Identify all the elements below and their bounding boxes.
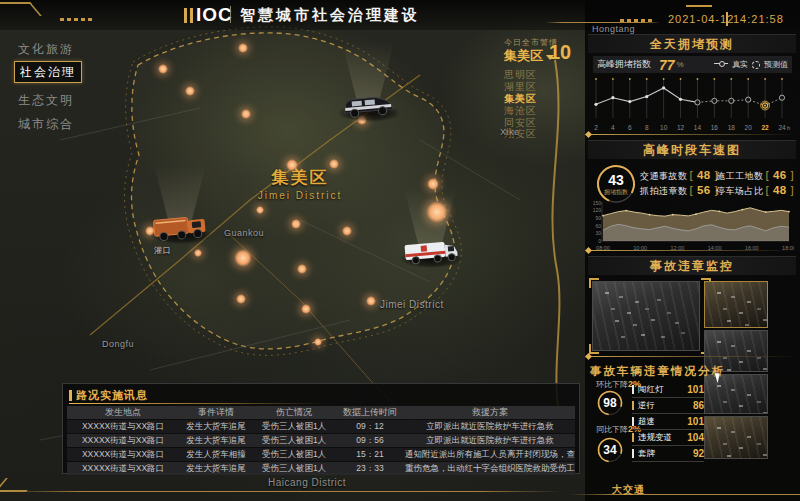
event-marker[interactable] <box>297 264 307 274</box>
table-row[interactable]: XXXXX街道与XX路口发生大货车追尾受伤三人被困1人23：33重伤危急，出动红… <box>67 462 575 475</box>
place-label: Dongfu <box>102 339 134 349</box>
violation-row-wrong-way[interactable]: 逆行86 <box>632 398 704 414</box>
cam-corner-bracket <box>589 344 599 354</box>
table-row[interactable]: XXXXX街道与XX路口发生大货车追尾受伤三人被困1人09：56立即派出就近医院… <box>67 434 575 447</box>
legend-pred-icon <box>752 61 760 69</box>
place-label: Hongtang <box>592 24 635 34</box>
violation-row-red-light[interactable]: 闯红灯101 <box>632 382 704 398</box>
legend-real-label[interactable]: 真实 <box>732 59 748 70</box>
traffic-camera-feed-3[interactable] <box>704 374 768 414</box>
gauge-label: 拥堵指数 <box>594 188 638 197</box>
place-label: 灌口 <box>154 245 171 256</box>
place-label: Guankou <box>224 228 264 238</box>
legend-pred-label[interactable]: 预测值 <box>764 59 788 70</box>
district-dropdown[interactable]: 集美区 <box>504 47 554 65</box>
header-line <box>686 5 712 7</box>
svg-text:h: h <box>787 125 790 131</box>
stat-captured-violations: 抓拍违章数56 <box>640 184 718 198</box>
traffic-camera-feed-1[interactable] <box>704 281 768 328</box>
svg-text:150: 150 <box>593 200 602 206</box>
panel-separator <box>586 134 796 135</box>
sidebar-item-culture-tourism[interactable]: 文化旅游 <box>18 41 74 58</box>
legend-real-icon <box>714 63 728 64</box>
datetime-divider <box>726 12 728 26</box>
metric-unit: % <box>677 60 684 69</box>
panel-title-analysis: 事故车辆违章情况分析 <box>590 362 760 380</box>
sidebar-item-city-综合[interactable]: 城市综合 <box>18 116 74 133</box>
stat-construction-sites: 施工工地数46 <box>716 169 794 183</box>
svg-text:12: 12 <box>677 124 685 131</box>
event-marker[interactable] <box>185 86 195 96</box>
svg-text:22: 22 <box>761 124 769 131</box>
alert-count: 10 <box>549 41 571 64</box>
event-marker[interactable] <box>234 249 252 267</box>
violation-row-fake-plate[interactable]: 套牌92 <box>632 446 704 462</box>
ambulance-icon[interactable] <box>400 200 464 268</box>
event-marker[interactable] <box>241 109 251 119</box>
svg-text:18: 18 <box>728 124 736 131</box>
date-display: 2021-04-12 <box>668 13 734 25</box>
bottom-decoration-line <box>0 491 560 492</box>
table-title: 路况实施讯息 <box>76 388 148 403</box>
event-marker[interactable] <box>236 294 246 304</box>
congestion-line-chart: 24681012141618202224h <box>590 74 794 134</box>
header-dashes <box>60 7 95 25</box>
sidebar-item-ecology[interactable]: 生态文明 <box>18 92 74 109</box>
panel-title-speed: 高峰时段车速图 <box>588 140 796 159</box>
table-row[interactable]: XXXXX街道与XX路口发生人货车相撞受伤三人被困1人15：21通知附近派出所有… <box>67 448 575 461</box>
svg-text:120: 120 <box>593 207 602 213</box>
table-title-bar: 路况实施讯息 <box>69 388 148 403</box>
cam-corner-bracket <box>589 278 599 288</box>
time-display: 14:21:58 <box>733 13 784 25</box>
svg-text:24: 24 <box>778 124 786 131</box>
event-marker[interactable] <box>314 338 322 346</box>
panel-title-monitor: 事故违章监控 <box>588 256 796 275</box>
district-label-en: Jimei District <box>225 190 375 201</box>
title-tick <box>69 390 72 401</box>
violation-row-lane-change[interactable]: 违规变道104 <box>632 430 704 446</box>
event-marker[interactable] <box>366 296 376 306</box>
header-divider <box>230 6 231 23</box>
svg-text:4: 4 <box>611 124 615 131</box>
svg-text:10: 10 <box>660 124 668 131</box>
speed-area-chart: 030609012015008:0010:0012:0014:0016:0018… <box>588 200 794 254</box>
ring-value-mom: 98 <box>596 396 624 410</box>
traffic-camera-feed-4[interactable] <box>704 416 768 459</box>
traffic-camera-feed-main[interactable] <box>592 281 700 351</box>
bar-tick <box>632 385 634 394</box>
fire-truck-icon[interactable] <box>150 168 216 244</box>
place-label: Xike <box>500 127 520 137</box>
table-header-row: 发生地点 事件详情 伤亡情况 数据上传时间 救援方案 <box>67 406 575 419</box>
metric-label: 高峰拥堵指数 <box>597 58 651 71</box>
event-marker[interactable] <box>194 249 202 257</box>
title-underline <box>69 403 324 404</box>
violation-bar-list: 闯红灯101 逆行86 超速101 违规变道104 套牌92 <box>632 382 704 462</box>
ring-value-yoy: 34 <box>596 443 624 457</box>
metric-value: 77 <box>659 57 675 73</box>
svg-text:14: 14 <box>694 124 702 131</box>
event-marker[interactable] <box>256 206 264 214</box>
sidebar-item-social-governance[interactable]: 社会治理 <box>14 61 82 83</box>
bar-tick <box>632 401 634 410</box>
violation-row-speeding[interactable]: 超速101 <box>632 414 704 430</box>
header-line <box>545 22 660 23</box>
panel-separator <box>586 250 796 251</box>
event-marker[interactable] <box>291 219 301 229</box>
police-car-icon[interactable] <box>338 48 404 122</box>
table-row[interactable]: XXXXX街道与XX路口发生大货车追尾受伤三人被困1人09：12立即派出就近医院… <box>67 420 575 433</box>
bar-tick <box>632 417 634 426</box>
svg-text:16: 16 <box>711 124 719 131</box>
place-label: Jimei District <box>380 299 444 310</box>
event-marker[interactable] <box>301 304 311 314</box>
event-marker[interactable] <box>158 64 168 74</box>
event-marker[interactable] <box>238 43 248 53</box>
svg-text:2: 2 <box>594 124 598 131</box>
event-marker[interactable] <box>342 226 352 236</box>
congestion-metric-row: 高峰拥堵指数 77 % 真实 预测值 <box>593 56 792 73</box>
bottom-dashes <box>586 492 614 501</box>
tab-transportation[interactable]: 大交通 <box>612 483 645 497</box>
district-label-zh: 集美区 <box>255 166 345 189</box>
panel-separator <box>586 356 796 357</box>
place-label: Haicang District <box>268 477 346 488</box>
bar-tick <box>632 449 634 458</box>
